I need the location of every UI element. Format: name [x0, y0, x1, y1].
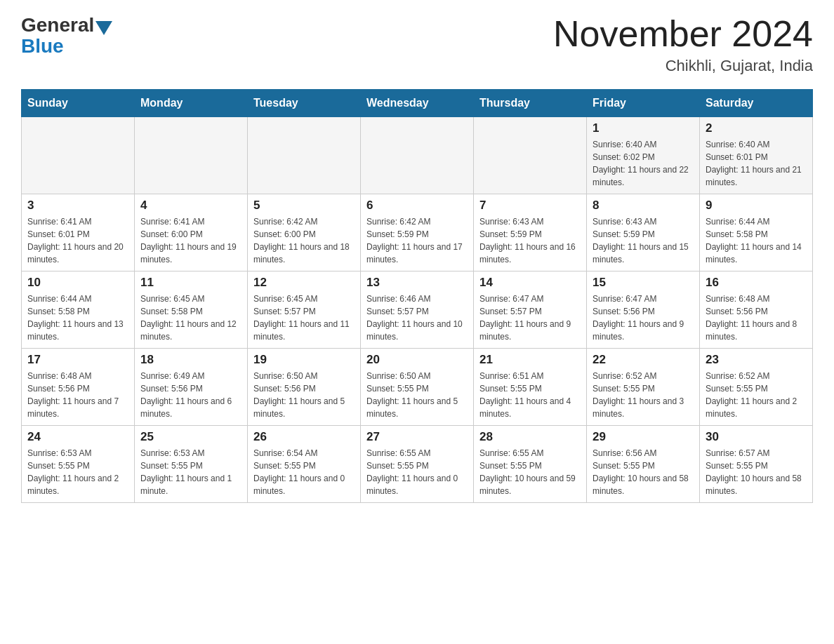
day-info: Sunrise: 6:42 AM Sunset: 6:00 PM Dayligh…	[253, 215, 355, 266]
calendar-cell: 13Sunrise: 6:46 AM Sunset: 5:57 PM Dayli…	[361, 271, 474, 349]
page-header: General Blue November 2024 Chikhli, Guja…	[21, 14, 813, 75]
day-number: 26	[253, 430, 355, 444]
calendar-cell: 7Sunrise: 6:43 AM Sunset: 5:59 PM Daylig…	[474, 194, 587, 271]
calendar-cell: 26Sunrise: 6:54 AM Sunset: 5:55 PM Dayli…	[248, 426, 361, 503]
calendar-week-3: 10Sunrise: 6:44 AM Sunset: 5:58 PM Dayli…	[22, 271, 813, 349]
day-number: 21	[479, 353, 581, 367]
day-info: Sunrise: 6:50 AM Sunset: 5:55 PM Dayligh…	[366, 370, 468, 420]
logo: General Blue	[21, 14, 112, 58]
day-info: Sunrise: 6:41 AM Sunset: 6:01 PM Dayligh…	[27, 215, 128, 266]
calendar-cell: 5Sunrise: 6:42 AM Sunset: 6:00 PM Daylig…	[248, 194, 361, 271]
day-info: Sunrise: 6:44 AM Sunset: 5:58 PM Dayligh…	[706, 215, 807, 266]
day-number: 29	[593, 430, 694, 444]
day-number: 24	[27, 430, 128, 444]
day-header-saturday: Saturday	[700, 90, 813, 117]
calendar-cell: 28Sunrise: 6:55 AM Sunset: 5:55 PM Dayli…	[474, 426, 587, 503]
calendar-cell: 22Sunrise: 6:52 AM Sunset: 5:55 PM Dayli…	[587, 349, 700, 426]
calendar-week-2: 3Sunrise: 6:41 AM Sunset: 6:01 PM Daylig…	[22, 194, 813, 271]
day-header-thursday: Thursday	[474, 90, 587, 117]
day-number: 10	[27, 276, 128, 290]
day-info: Sunrise: 6:47 AM Sunset: 5:56 PM Dayligh…	[593, 293, 694, 343]
calendar-week-5: 24Sunrise: 6:53 AM Sunset: 5:55 PM Dayli…	[22, 426, 813, 503]
day-info: Sunrise: 6:51 AM Sunset: 5:55 PM Dayligh…	[479, 370, 581, 420]
calendar-cell: 24Sunrise: 6:53 AM Sunset: 5:55 PM Dayli…	[22, 426, 135, 503]
logo-general-text: General	[21, 14, 94, 36]
day-number: 17	[27, 353, 128, 367]
calendar-cell: 20Sunrise: 6:50 AM Sunset: 5:55 PM Dayli…	[361, 349, 474, 426]
calendar-week-4: 17Sunrise: 6:48 AM Sunset: 5:56 PM Dayli…	[22, 349, 813, 426]
calendar-cell: 17Sunrise: 6:48 AM Sunset: 5:56 PM Dayli…	[22, 349, 135, 426]
day-info: Sunrise: 6:55 AM Sunset: 5:55 PM Dayligh…	[366, 447, 468, 497]
day-info: Sunrise: 6:41 AM Sunset: 6:00 PM Dayligh…	[140, 215, 241, 266]
calendar-cell: 2Sunrise: 6:40 AM Sunset: 6:01 PM Daylig…	[700, 117, 813, 194]
day-info: Sunrise: 6:43 AM Sunset: 5:59 PM Dayligh…	[479, 215, 581, 266]
calendar-cell: 6Sunrise: 6:42 AM Sunset: 5:59 PM Daylig…	[361, 194, 474, 271]
calendar-cell: 8Sunrise: 6:43 AM Sunset: 5:59 PM Daylig…	[587, 194, 700, 271]
calendar-cell	[474, 117, 587, 194]
calendar-cell: 29Sunrise: 6:56 AM Sunset: 5:55 PM Dayli…	[587, 426, 700, 503]
day-info: Sunrise: 6:40 AM Sunset: 6:01 PM Dayligh…	[706, 138, 807, 189]
days-header-row: SundayMondayTuesdayWednesdayThursdayFrid…	[22, 90, 813, 117]
calendar-cell	[248, 117, 361, 194]
day-header-friday: Friday	[587, 90, 700, 117]
calendar-cell: 16Sunrise: 6:48 AM Sunset: 5:56 PM Dayli…	[700, 271, 813, 349]
calendar-table: SundayMondayTuesdayWednesdayThursdayFrid…	[21, 89, 813, 503]
day-number: 15	[593, 276, 694, 290]
calendar-cell: 19Sunrise: 6:50 AM Sunset: 5:56 PM Dayli…	[248, 349, 361, 426]
calendar-cell: 21Sunrise: 6:51 AM Sunset: 5:55 PM Dayli…	[474, 349, 587, 426]
day-info: Sunrise: 6:45 AM Sunset: 5:57 PM Dayligh…	[253, 293, 355, 343]
calendar-week-1: 1Sunrise: 6:40 AM Sunset: 6:02 PM Daylig…	[22, 117, 813, 194]
day-number: 9	[706, 199, 807, 213]
day-number: 12	[253, 276, 355, 290]
day-info: Sunrise: 6:53 AM Sunset: 5:55 PM Dayligh…	[27, 447, 128, 497]
day-number: 18	[140, 353, 241, 367]
day-info: Sunrise: 6:56 AM Sunset: 5:55 PM Dayligh…	[593, 447, 694, 497]
day-number: 22	[593, 353, 694, 367]
day-info: Sunrise: 6:44 AM Sunset: 5:58 PM Dayligh…	[27, 293, 128, 343]
day-info: Sunrise: 6:48 AM Sunset: 5:56 PM Dayligh…	[706, 293, 807, 343]
calendar-cell: 18Sunrise: 6:49 AM Sunset: 5:56 PM Dayli…	[135, 349, 248, 426]
day-info: Sunrise: 6:46 AM Sunset: 5:57 PM Dayligh…	[366, 293, 468, 343]
day-number: 27	[366, 430, 468, 444]
day-info: Sunrise: 6:47 AM Sunset: 5:57 PM Dayligh…	[479, 293, 581, 343]
calendar-cell	[135, 117, 248, 194]
day-number: 28	[479, 430, 581, 444]
title-section: November 2024 Chikhli, Gujarat, India	[553, 14, 813, 75]
day-number: 3	[27, 199, 128, 213]
day-info: Sunrise: 6:52 AM Sunset: 5:55 PM Dayligh…	[593, 370, 694, 420]
calendar-cell: 27Sunrise: 6:55 AM Sunset: 5:55 PM Dayli…	[361, 426, 474, 503]
day-info: Sunrise: 6:57 AM Sunset: 5:55 PM Dayligh…	[706, 447, 807, 497]
day-info: Sunrise: 6:40 AM Sunset: 6:02 PM Dayligh…	[593, 138, 694, 189]
location-subtitle: Chikhli, Gujarat, India	[553, 57, 813, 75]
calendar-cell	[361, 117, 474, 194]
day-info: Sunrise: 6:50 AM Sunset: 5:56 PM Dayligh…	[253, 370, 355, 420]
day-header-sunday: Sunday	[22, 90, 135, 117]
day-number: 19	[253, 353, 355, 367]
calendar-cell: 25Sunrise: 6:53 AM Sunset: 5:55 PM Dayli…	[135, 426, 248, 503]
calendar-cell: 23Sunrise: 6:52 AM Sunset: 5:55 PM Dayli…	[700, 349, 813, 426]
calendar-cell	[22, 117, 135, 194]
month-year-title: November 2024	[553, 14, 813, 54]
day-number: 6	[366, 199, 468, 213]
day-info: Sunrise: 6:49 AM Sunset: 5:56 PM Dayligh…	[140, 370, 241, 420]
day-info: Sunrise: 6:53 AM Sunset: 5:55 PM Dayligh…	[140, 447, 241, 497]
day-number: 2	[706, 121, 807, 135]
day-number: 4	[140, 199, 241, 213]
calendar-cell: 10Sunrise: 6:44 AM Sunset: 5:58 PM Dayli…	[22, 271, 135, 349]
calendar-cell: 14Sunrise: 6:47 AM Sunset: 5:57 PM Dayli…	[474, 271, 587, 349]
day-header-tuesday: Tuesday	[248, 90, 361, 117]
day-number: 14	[479, 276, 581, 290]
day-number: 7	[479, 199, 581, 213]
day-number: 25	[140, 430, 241, 444]
day-info: Sunrise: 6:43 AM Sunset: 5:59 PM Dayligh…	[593, 215, 694, 266]
day-number: 11	[140, 276, 241, 290]
day-number: 8	[593, 199, 694, 213]
day-header-monday: Monday	[135, 90, 248, 117]
day-number: 30	[706, 430, 807, 444]
calendar-cell: 1Sunrise: 6:40 AM Sunset: 6:02 PM Daylig…	[587, 117, 700, 194]
logo-blue-text: Blue	[21, 35, 64, 58]
calendar-cell: 4Sunrise: 6:41 AM Sunset: 6:00 PM Daylig…	[135, 194, 248, 271]
logo-triangle-icon	[95, 21, 112, 35]
calendar-cell: 3Sunrise: 6:41 AM Sunset: 6:01 PM Daylig…	[22, 194, 135, 271]
calendar-cell: 12Sunrise: 6:45 AM Sunset: 5:57 PM Dayli…	[248, 271, 361, 349]
